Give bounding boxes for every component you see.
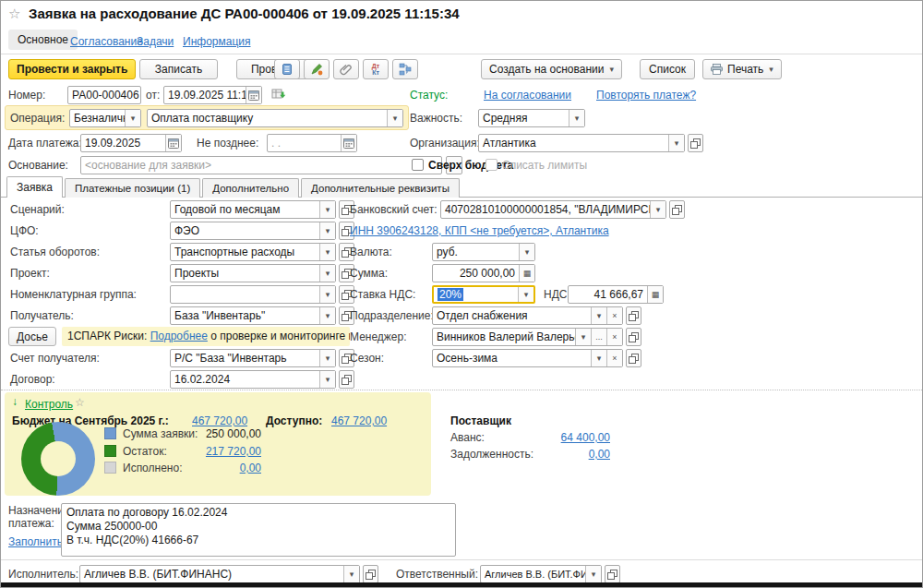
nav-tab-tasks[interactable]: Задачи xyxy=(137,35,174,48)
open-department-button[interactable] xyxy=(626,306,641,325)
not-later-field[interactable]: . . xyxy=(267,134,357,152)
over-budget-checkbox[interactable] xyxy=(412,159,424,171)
control-star-icon[interactable]: ☆ xyxy=(75,396,85,409)
debit-credit-button[interactable]: ДтКт xyxy=(363,59,389,79)
debt-value-link[interactable]: 0,00 xyxy=(533,446,610,462)
currency-select[interactable]: руб.▾ xyxy=(432,243,535,261)
inn-kpp-link[interactable]: ИНН 3906243128, КПП <не требуется>, Атла… xyxy=(350,222,609,240)
dropdown-icon[interactable]: ▾ xyxy=(591,307,606,324)
turnover-item-field[interactable]: Транспортные расходы▾ xyxy=(170,243,336,261)
calendar-icon[interactable] xyxy=(246,87,261,103)
manager-field[interactable]: Винников Валерий Валерьевич▾...× xyxy=(432,328,623,346)
dropdown-icon[interactable]: ▾ xyxy=(319,201,335,218)
edit-pen-button[interactable] xyxy=(304,59,330,79)
dropdown-icon[interactable]: ▾ xyxy=(575,329,591,345)
control-link[interactable]: Контроль xyxy=(25,395,73,414)
nav-tab-info[interactable]: Информация xyxy=(183,35,250,48)
dropdown-icon[interactable]: ▾ xyxy=(585,566,601,582)
spark-more-link[interactable]: Подробнее xyxy=(150,330,208,342)
dropdown-icon[interactable]: ▾ xyxy=(343,566,359,582)
document-journal-icon[interactable] xyxy=(274,59,300,79)
payment-type-select[interactable]: Безналичные ▾ xyxy=(69,109,141,127)
advance-value-link[interactable]: 64 400,00 xyxy=(533,429,610,446)
more-icon[interactable]: ... xyxy=(591,329,606,345)
dropdown-icon[interactable]: ▾ xyxy=(319,286,335,303)
nav-tab-approval[interactable]: Согласование xyxy=(70,35,143,48)
vat-field[interactable]: 41 666,67▦ xyxy=(568,285,664,304)
fill-purpose-link[interactable]: Заполнить xyxy=(8,533,63,551)
vat-rate-select[interactable]: 20%▾ xyxy=(432,285,535,304)
basis-field[interactable]: <основание для заявки> xyxy=(80,156,442,174)
repeat-payment-link[interactable]: Повторять платеж? xyxy=(596,86,696,104)
department-field[interactable]: Отдел снабжения▾× xyxy=(432,306,623,325)
calculator-icon[interactable]: ▦ xyxy=(519,265,534,282)
tab-request[interactable]: Заявка xyxy=(6,176,63,198)
dropdown-icon[interactable]: ▾ xyxy=(518,287,533,302)
operation-kind-select[interactable]: Оплата поставщику ▾ xyxy=(147,109,403,127)
bank-account-field[interactable]: 40702810100000001854, "ВЛАДИМИРСКИЙ" ФБ … xyxy=(440,200,666,219)
tab-payment-positions[interactable]: Платежные позиции (1) xyxy=(65,178,200,198)
open-season-button[interactable] xyxy=(626,349,641,367)
calendar-icon[interactable] xyxy=(341,135,356,151)
open-executor-button[interactable] xyxy=(363,565,378,583)
amount-field[interactable]: 250 000,00▦ xyxy=(432,264,535,282)
dropdown-icon[interactable]: ▾ xyxy=(125,110,140,126)
project-field[interactable]: Проекты▾ xyxy=(170,264,336,282)
dropdown-icon[interactable]: ▾ xyxy=(668,135,684,151)
post-and-close-button[interactable]: Провести и закрыть xyxy=(8,59,136,79)
importance-select[interactable]: Средняя ▾ xyxy=(478,109,585,127)
clear-icon[interactable]: × xyxy=(606,307,622,324)
open-icon xyxy=(342,375,352,385)
dropdown-icon[interactable]: ▾ xyxy=(319,350,335,366)
clear-icon[interactable]: × xyxy=(606,350,622,366)
dropdown-icon[interactable]: ▾ xyxy=(591,350,606,366)
contract-field[interactable]: 16.02.2024▾ xyxy=(170,370,336,389)
payment-date-field[interactable]: 19.09.2025 xyxy=(80,134,182,152)
scenario-field[interactable]: Годовой по месяцам▾ xyxy=(170,200,336,219)
recipient-field[interactable]: База "Инвентарь"▾ xyxy=(170,306,336,325)
legend-remainder-value-link[interactable]: 217 720,00 xyxy=(184,443,261,460)
create-based-on-button[interactable]: Создать на основании▾ xyxy=(481,59,622,79)
executor-field[interactable]: Агличев В.В. (БИТ.ФИНАНС)▾ xyxy=(79,565,360,583)
dropdown-icon[interactable]: ▾ xyxy=(319,371,335,388)
copy-datetime-button[interactable] xyxy=(267,86,291,104)
responsible-field[interactable]: Агличев В.В. (БИТ.ФИНАНС)▾ xyxy=(480,565,602,583)
status-link[interactable]: На согласовании xyxy=(484,86,571,104)
open-contract-button[interactable] xyxy=(339,370,354,389)
nomenclature-group-field[interactable]: ▾ xyxy=(170,285,336,304)
favorite-star-icon[interactable]: ☆ xyxy=(8,6,20,22)
calculator-icon[interactable]: ▦ xyxy=(647,286,663,303)
dropdown-icon[interactable]: ▾ xyxy=(319,307,335,324)
dropdown-icon[interactable]: ▾ xyxy=(319,265,335,282)
dossier-button[interactable]: Досье xyxy=(8,327,56,346)
open-responsible-button[interactable] xyxy=(605,565,620,583)
datetime-field[interactable]: 19.09.2025 11:15:34 xyxy=(163,86,262,104)
dropdown-icon[interactable]: ▾ xyxy=(569,110,584,126)
purpose-textarea[interactable]: Оплата по договору 16.02.2024 Сумма 2500… xyxy=(61,503,456,557)
calendar-icon[interactable] xyxy=(165,135,181,151)
document-structure-button[interactable] xyxy=(392,59,418,79)
list-button[interactable]: Список xyxy=(640,59,695,79)
attachments-button[interactable] xyxy=(333,59,359,79)
open-bank-account-button[interactable] xyxy=(669,200,685,219)
dropdown-icon[interactable]: ▾ xyxy=(650,201,665,218)
open-organization-button[interactable] xyxy=(688,134,703,152)
dropdown-icon[interactable]: ▾ xyxy=(319,244,335,260)
dropdown-icon[interactable]: ▾ xyxy=(519,244,534,260)
recipient-account-field[interactable]: Р/С "База "Инвентарь▾ xyxy=(170,349,336,367)
available-value-link[interactable]: 467 720,00 xyxy=(331,412,387,430)
dropdown-icon[interactable]: ▾ xyxy=(387,110,402,126)
nav-tab-main[interactable]: Основное xyxy=(8,30,78,50)
season-field[interactable]: Осень-зима▾× xyxy=(432,349,623,367)
cfo-field[interactable]: ФЭО▾ xyxy=(170,222,336,240)
number-field[interactable]: РА00-000406 xyxy=(67,86,141,104)
legend-executed-value-link[interactable]: 0,00 xyxy=(184,460,261,476)
dropdown-icon[interactable]: ▾ xyxy=(319,222,335,239)
clear-icon[interactable]: × xyxy=(606,329,622,345)
tab-additional[interactable]: Дополнительно xyxy=(202,178,299,198)
organization-field[interactable]: Атлантика ▾ xyxy=(478,134,685,152)
save-button[interactable]: Записать xyxy=(139,59,218,79)
open-manager-button[interactable] xyxy=(626,328,641,346)
print-button[interactable]: Печать▾ xyxy=(702,59,782,79)
tab-additional-attributes[interactable]: Дополнительные реквизиты xyxy=(301,178,460,198)
